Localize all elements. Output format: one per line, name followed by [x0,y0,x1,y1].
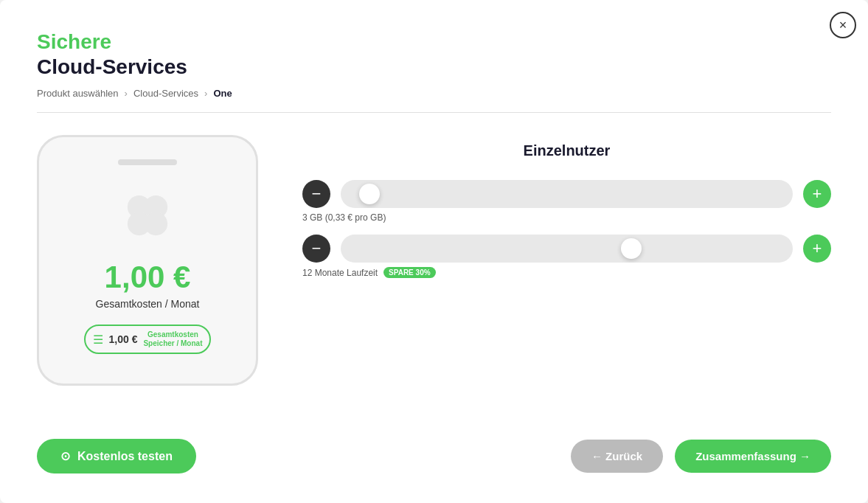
app-icon [118,186,177,245]
content-area: 1,00 € Gesamtkosten / Monat ☰ 1,00 € Ges… [37,135,831,409]
right-panel: Einzelnutzer − + 3 GB (0,33 € pro GB) − … [302,135,831,290]
try-icon: ⊙ [60,449,70,463]
slider1-track[interactable] [341,180,793,208]
slider1-minus-button[interactable]: − [302,180,330,208]
slider1-plus-button[interactable]: + [803,180,831,208]
divider [37,112,831,113]
breadcrumb-sep1: › [125,88,128,99]
summary-button[interactable]: Zusammenfassung → [675,440,831,473]
breadcrumb-step1: Produkt auswählen [37,88,119,99]
slider2-plus-button[interactable]: + [803,235,831,263]
title-dark: Cloud-Services [37,55,831,80]
list-icon: ☰ [93,333,103,347]
try-button[interactable]: ⊙ Kostenlos testen [37,439,196,473]
breadcrumb: Produkt auswählen › Cloud-Services › One [37,88,831,99]
slider2-minus-button[interactable]: − [302,235,330,263]
page-title: Sichere Cloud-Services [37,30,831,79]
svg-point-3 [145,212,168,236]
spare-badge: SPARE 30% [383,267,436,278]
modal: × Sichere Cloud-Services Produkt auswähl… [0,0,868,503]
price-label: Gesamtkosten / Monat [96,298,200,310]
footer: ⊙ Kostenlos testen ← Zurück Zusammenfass… [37,409,831,473]
slider1-info: 3 GB (0,33 € pro GB) [302,212,424,223]
slider2-info: 12 Monate Laufzeit SPARE 30% [302,267,474,278]
breadcrumb-step2: Cloud-Services [133,88,198,99]
slider2-track[interactable] [341,235,793,263]
phone-mockup: 1,00 € Gesamtkosten / Monat ☰ 1,00 € Ges… [37,135,258,386]
try-label: Kostenlos testen [77,450,173,463]
breadcrumb-sep2: › [204,88,207,99]
price-display: 1,00 € [105,260,191,295]
right-footer-buttons: ← Zurück Zusammenfassung → [571,440,831,473]
badge-amount: 1,00 € [109,333,138,345]
back-button[interactable]: ← Zurück [571,440,663,473]
close-button[interactable]: × [830,12,856,38]
slider1-row: − + [302,180,831,208]
breadcrumb-step3: One [213,88,232,99]
header: Sichere Cloud-Services Produkt auswählen… [37,30,831,99]
title-green: Sichere [37,30,831,55]
slider2-row: − + [302,235,831,263]
badge-label: Gesamtkosten Speicher / Monat [143,330,202,348]
cost-badge: ☰ 1,00 € Gesamtkosten Speicher / Monat [84,325,212,354]
section-title: Einzelnutzer [302,142,831,159]
phone-notch [118,159,177,165]
